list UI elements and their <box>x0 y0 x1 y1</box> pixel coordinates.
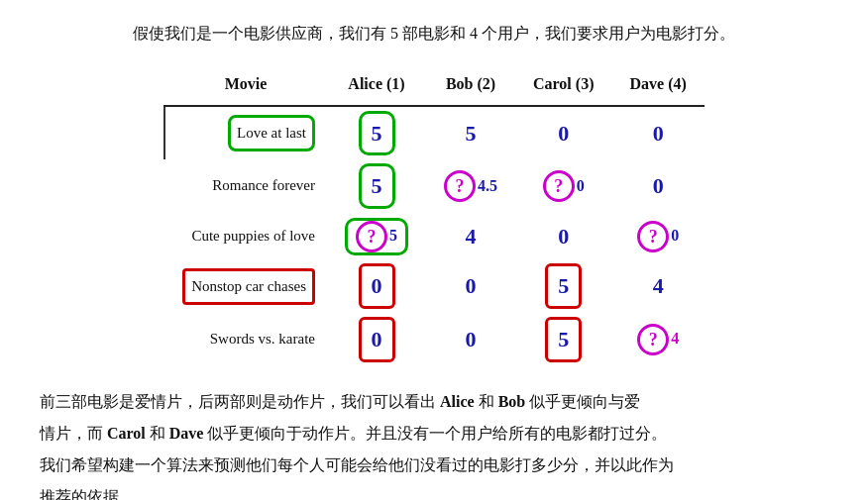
col-alice: Alice (1) <box>327 66 426 106</box>
cell-bob-3: 4 <box>426 213 515 260</box>
cell-carol-4: 5 <box>515 259 611 313</box>
cell-alice-5: 0 <box>327 313 426 366</box>
cell-carol-5: 5 <box>515 313 611 366</box>
table-row: Swords vs. karate 0 0 5 ? 4 <box>164 313 705 366</box>
cell-bob-5: 0 <box>426 313 515 366</box>
movie-name: Nonstop car chases <box>164 259 327 313</box>
table-row: Romance forever 5 ? 4.5 ? 0 <box>164 159 705 213</box>
movie-name: Love at last <box>164 106 327 160</box>
outro-line-4: 推荐的依据。 <box>40 481 828 500</box>
cell-dave-5: ? 4 <box>611 313 704 366</box>
cell-alice-2: 5 <box>327 159 426 213</box>
cell-carol-3: 0 <box>515 213 611 260</box>
cell-dave-3: ? 0 <box>611 213 704 260</box>
outro-line-3: 我们希望构建一个算法来预测他们每个人可能会给他们没看过的电影打多少分，并以此作为 <box>40 450 828 481</box>
outro-line-2: 情片，而 Carol 和 Dave 似乎更倾向于动作片。并且没有一个用户给所有的… <box>40 418 828 450</box>
table-row: Cute puppies of love ? 5 4 0 ? 0 <box>164 213 705 260</box>
romance-group-box: Love at last <box>228 115 315 151</box>
ratings-table: Movie Alice (1) Bob (2) Carol (3) Dave (… <box>163 66 705 366</box>
col-dave: Dave (4) <box>611 66 704 106</box>
cell-carol-2: ? 0 <box>515 159 611 213</box>
cell-bob-1: 5 <box>426 106 515 160</box>
movie-name: Romance forever <box>164 159 327 213</box>
cell-bob-4: 0 <box>426 259 515 313</box>
cell-carol-1: 0 <box>515 106 611 160</box>
table-row: Nonstop car chases 0 0 5 4 <box>164 259 705 313</box>
table-row: Love at last 5 5 0 0 <box>164 106 705 160</box>
col-movie: Movie <box>164 66 327 106</box>
intro-text: 假使我们是一个电影供应商，我们有 5 部电影和 4 个用户，我们要求用户为电影打… <box>40 20 828 49</box>
cell-bob-2: ? 4.5 <box>426 159 515 213</box>
cell-dave-4: 4 <box>611 259 704 313</box>
table-container: Movie Alice (1) Bob (2) Carol (3) Dave (… <box>40 66 828 366</box>
outro-text: 前三部电影是爱情片，后两部则是动作片，我们可以看出 Alice 和 Bob 似乎… <box>40 386 828 500</box>
col-carol: Carol (3) <box>515 66 611 106</box>
cell-alice-3: ? 5 <box>327 213 426 260</box>
col-bob: Bob (2) <box>426 66 515 106</box>
cell-dave-2: 0 <box>611 159 704 213</box>
cell-alice-4: 0 <box>327 259 426 313</box>
cell-dave-1: 0 <box>611 106 704 160</box>
outro-line-1: 前三部电影是爱情片，后两部则是动作片，我们可以看出 Alice 和 Bob 似乎… <box>40 386 828 418</box>
movie-name: Swords vs. karate <box>164 313 327 366</box>
movie-name: Cute puppies of love <box>164 213 327 260</box>
cell-alice-1: 5 <box>327 106 426 160</box>
